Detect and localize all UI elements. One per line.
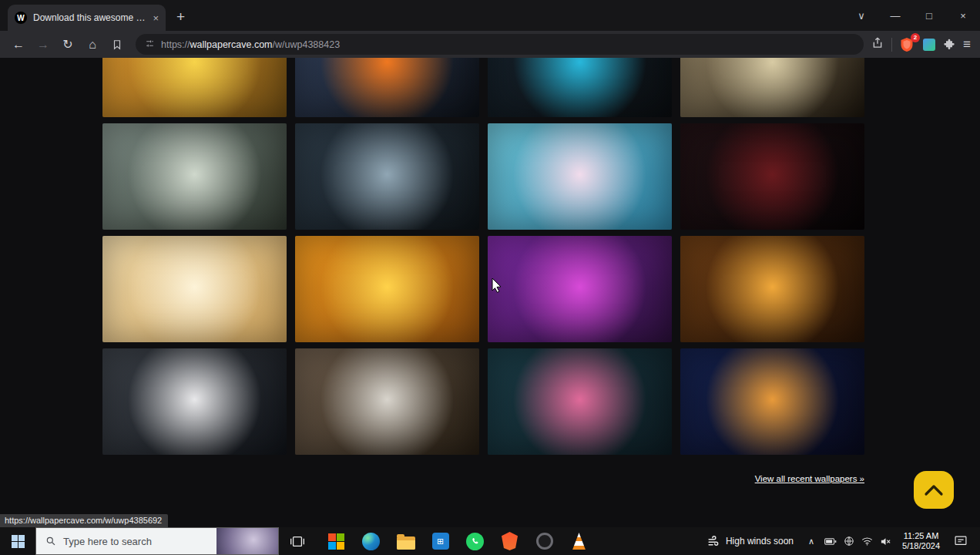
window-controls: ∨ — □ × bbox=[844, 0, 980, 31]
tray-icons bbox=[824, 536, 891, 547]
task-view-icon[interactable] bbox=[282, 527, 313, 555]
site-info-icon[interactable] bbox=[145, 39, 155, 51]
view-all-row: View all recent wallpapers » bbox=[102, 471, 864, 485]
taskbar-clock[interactable]: 11:25 AM 5/18/2024 bbox=[899, 531, 943, 551]
wallpaper-thumb-sunflower[interactable] bbox=[102, 58, 287, 117]
maximize-button[interactable]: □ bbox=[912, 0, 946, 31]
extension-icon[interactable] bbox=[923, 39, 935, 51]
puzzle-icon[interactable] bbox=[943, 37, 955, 52]
site-favicon: W bbox=[15, 12, 27, 24]
new-tab-button[interactable]: + bbox=[176, 8, 185, 25]
shield-badge: 2 bbox=[911, 33, 920, 42]
view-all-link[interactable]: View all recent wallpapers » bbox=[755, 474, 864, 483]
store-icon[interactable]: ⊞ bbox=[423, 527, 458, 555]
wifi-icon[interactable] bbox=[861, 536, 873, 546]
whatsapp-icon[interactable] bbox=[458, 527, 492, 555]
brave-shield-icon[interactable]: 2 bbox=[900, 37, 915, 52]
brave-icon[interactable] bbox=[492, 527, 527, 555]
wallpaper-thumb-futuristic-car[interactable] bbox=[102, 348, 287, 455]
taskbar-search[interactable]: Type here to search bbox=[35, 527, 279, 555]
wallpaper-thumb-tiger-cub[interactable] bbox=[295, 236, 479, 342]
edge-icon[interactable] bbox=[354, 527, 388, 555]
wallpaper-grid bbox=[102, 58, 864, 455]
wallpaper-thumb-demon-suit[interactable] bbox=[680, 123, 864, 230]
clock-date: 5/18/2024 bbox=[902, 541, 940, 551]
close-button[interactable]: × bbox=[946, 0, 980, 31]
hidden-icons-chevron[interactable]: ∧ bbox=[806, 536, 817, 547]
status-url: https://wallpapercave.com/w/uwp4385692 bbox=[0, 514, 168, 527]
address-toolbar: ← → ↻ ⌂ https://wallpapercave.com/w/uwp4… bbox=[0, 31, 980, 58]
tab-close-icon[interactable]: × bbox=[153, 13, 159, 23]
lens-app-icon[interactable] bbox=[527, 527, 562, 555]
toolbar-divider bbox=[891, 38, 892, 52]
search-placeholder: Type here to search bbox=[63, 536, 152, 547]
share-icon[interactable] bbox=[871, 36, 884, 52]
wallpaper-thumb-blue-lamborghini[interactable] bbox=[488, 58, 672, 117]
wallpaper-thumb-bubble-kitten[interactable] bbox=[488, 123, 672, 230]
weather-label: High winds soon bbox=[726, 536, 794, 547]
url-text: https://wallpapercave.com/w/uwp4388423 bbox=[161, 39, 340, 50]
tab-search-icon[interactable]: ∨ bbox=[844, 0, 878, 31]
chevron-up-icon bbox=[922, 482, 945, 499]
vlc-icon[interactable] bbox=[562, 527, 596, 555]
wallpaper-thumb-dirt-bike[interactable] bbox=[680, 58, 864, 117]
windows-logo-icon bbox=[12, 535, 25, 548]
system-tray: High winds soon ∧ 11:25 AM 5/18/2024 bbox=[703, 527, 980, 555]
taskbar-apps: ⊞ bbox=[319, 527, 596, 555]
tab-bar: W Download this awesome wallpa × + ∨ — □… bbox=[0, 0, 980, 31]
back-icon[interactable]: ← bbox=[8, 34, 29, 56]
volume-muted-icon[interactable] bbox=[880, 536, 891, 547]
forward-icon[interactable]: → bbox=[32, 34, 54, 56]
microsoft-app-icon[interactable] bbox=[319, 527, 354, 555]
action-center-icon[interactable] bbox=[951, 535, 974, 547]
page-content: View all recent wallpapers » https://wal… bbox=[0, 58, 980, 527]
search-highlight-image bbox=[216, 528, 278, 555]
weather-widget[interactable]: High winds soon bbox=[703, 527, 798, 555]
file-explorer-icon[interactable] bbox=[388, 527, 423, 555]
browser-tab[interactable]: W Download this awesome wallpa × bbox=[8, 5, 166, 31]
minimize-button[interactable]: — bbox=[878, 0, 912, 31]
bookmark-icon[interactable] bbox=[106, 34, 128, 56]
wallpaper-thumb-dj-monkey[interactable] bbox=[488, 236, 672, 342]
battery-icon[interactable] bbox=[824, 536, 837, 547]
mouse-cursor bbox=[492, 278, 502, 296]
start-button[interactable] bbox=[0, 527, 35, 555]
wind-icon bbox=[707, 535, 720, 548]
wallpaper-thumb-dancing-squirrels[interactable] bbox=[680, 236, 864, 342]
network-icon[interactable] bbox=[844, 536, 854, 547]
scroll-to-top-button[interactable] bbox=[914, 471, 954, 509]
home-icon[interactable]: ⌂ bbox=[82, 34, 103, 56]
search-icon bbox=[45, 536, 56, 547]
wallpaper-thumb-octopus[interactable] bbox=[488, 348, 672, 455]
clock-time: 11:25 AM bbox=[902, 531, 940, 541]
address-bar[interactable]: https://wallpapercave.com/w/uwp4388423 bbox=[136, 34, 864, 55]
reload-icon[interactable]: ↻ bbox=[57, 34, 79, 56]
wallpaper-thumb-grey-kitten[interactable] bbox=[295, 348, 479, 455]
taskbar: Type here to search ⊞ High winds soon ∧ bbox=[0, 527, 980, 555]
tab-title: Download this awesome wallpa bbox=[33, 12, 146, 23]
wallpaper-thumb-cute-lamb[interactable] bbox=[102, 236, 287, 342]
wallpaper-thumb-baby-yoda[interactable] bbox=[102, 123, 287, 230]
menu-icon[interactable]: ≡ bbox=[963, 37, 971, 52]
wallpaper-thumb-space-lion[interactable] bbox=[680, 348, 864, 455]
wallpaper-thumb-dragon-fire[interactable] bbox=[295, 58, 479, 117]
wallpaper-thumb-eagle-night[interactable] bbox=[295, 123, 479, 230]
